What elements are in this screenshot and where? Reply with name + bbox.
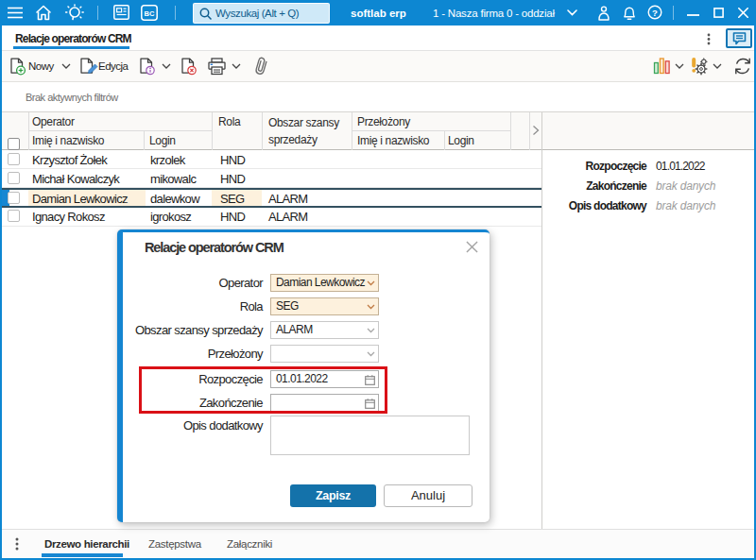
svg-text:?: ? xyxy=(652,8,658,18)
svg-text:BC: BC xyxy=(145,9,155,18)
